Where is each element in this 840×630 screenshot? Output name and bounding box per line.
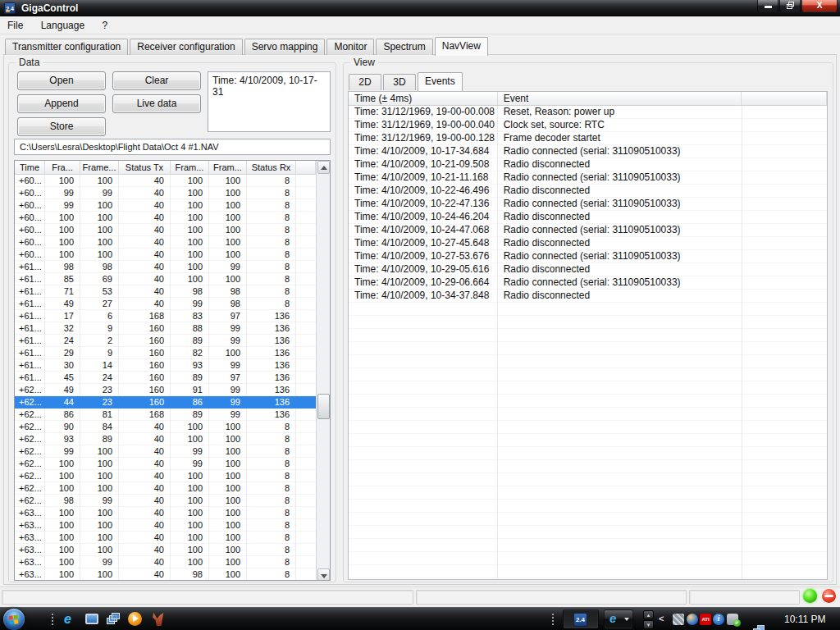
quick-launch-show-desktop[interactable]: [85, 612, 100, 627]
tab-navview[interactable]: NavView: [435, 37, 488, 56]
table-row[interactable]: +62...86811688999136: [15, 409, 316, 421]
scroll-down-button[interactable]: ▼: [643, 620, 654, 629]
event-row[interactable]: Time: 4/10/2009, 10-34-37.848Radio disco…: [349, 290, 827, 303]
event-row[interactable]: Time: 4/10/2009, 10-22-46.496Radio disco…: [349, 185, 827, 198]
event-row[interactable]: Time: 31/12/1969, 19-00-00.128Frame deco…: [349, 132, 827, 145]
events-column-header-time-4ms-[interactable]: Time (± 4ms): [349, 92, 498, 106]
clear-button[interactable]: Clear: [112, 71, 201, 90]
menu-item-language[interactable]: Language: [34, 17, 92, 34]
table-row[interactable]: +62...9910040991008: [15, 445, 316, 458]
event-row[interactable]: Time: 4/10/2009, 10-17-34.684Radio conne…: [349, 145, 827, 158]
tray-expand-chevron-icon[interactable]: <: [659, 614, 664, 623]
restore-button[interactable]: [779, 0, 801, 12]
table-row[interactable]: +60...100100401001008: [15, 212, 316, 224]
titlebar[interactable]: 2.4 GigaControl X: [0, 0, 840, 16]
quick-launch-internet-explorer[interactable]: e: [64, 612, 79, 627]
taskbar-button-gigacontrol[interactable]: 2.4: [563, 609, 599, 629]
event-row[interactable]: Time: 4/10/2009, 10-27-53.676Radio conne…: [349, 250, 827, 263]
taskbar-scroll[interactable]: ▲ ▼: [643, 610, 654, 630]
table-row[interactable]: +63...100100401001008: [15, 507, 316, 519]
table-row[interactable]: +61...45241608997136: [15, 372, 316, 384]
table-row[interactable]: +61...989840100998: [15, 261, 316, 273]
table-row[interactable]: +60...9999401001008: [15, 187, 316, 199]
table-row[interactable]: +63...10010040981008: [15, 568, 316, 581]
taskbar-grip[interactable]: [551, 613, 555, 627]
column-header-time[interactable]: Time: [15, 161, 45, 175]
append-button[interactable]: Append: [17, 94, 106, 113]
scroll-up-button[interactable]: [317, 161, 330, 174]
table-row[interactable]: +62...49231609199136: [15, 384, 316, 396]
column-header-status-tx[interactable]: Status Tx: [119, 161, 171, 175]
quick-launch-grip[interactable]: [51, 613, 55, 627]
file-path-field[interactable]: C:\Users\Lesra\Desktop\Flight Data\Oct 4…: [14, 139, 331, 155]
table-row[interactable]: +61...30141609399136: [15, 359, 316, 372]
view-tab-2d[interactable]: 2D: [349, 74, 381, 90]
tray-network-icon[interactable]: [753, 625, 765, 630]
scroll-up-button[interactable]: ▲: [643, 610, 654, 619]
tray-catalyst-info-icon[interactable]: i: [713, 614, 724, 625]
table-row[interactable]: +61...1761688397136: [15, 310, 316, 322]
tray-ati-icon[interactable]: ATI: [700, 614, 711, 625]
data-table-header[interactable]: TimeFra...Frame...Status TxFram...Fram..…: [15, 161, 316, 175]
table-row[interactable]: +60...100100401001008: [15, 249, 316, 261]
table-row[interactable]: +61...2421608999136: [15, 335, 316, 347]
event-row[interactable]: Time: 4/10/2009, 10-29-05.616Radio disco…: [349, 263, 827, 276]
tray-java-update-icon[interactable]: [687, 614, 698, 625]
taskbar-button-internet-explorer[interactable]: e: [604, 609, 633, 629]
event-row[interactable]: Time: 4/10/2009, 10-24-46.204Radio disco…: [349, 211, 827, 224]
minimize-button[interactable]: [757, 0, 778, 12]
quick-launch-app-shortcut[interactable]: [151, 612, 166, 627]
tab-servo-mapping[interactable]: Servo mapping: [244, 39, 326, 55]
menu-item-file[interactable]: File: [0, 17, 30, 34]
live-data-button[interactable]: Live data: [112, 94, 201, 113]
tab-spectrum[interactable]: Spectrum: [376, 39, 432, 55]
event-row[interactable]: Time: 4/10/2009, 10-24-47.068Radio conne…: [349, 224, 827, 237]
tab-transmitter-configuration[interactable]: Transmitter configuration: [5, 39, 128, 55]
table-row[interactable]: +60...100100401001008: [15, 175, 316, 187]
store-button[interactable]: Store: [17, 117, 106, 136]
column-header-fra-[interactable]: Fra...: [45, 161, 80, 175]
table-row[interactable]: +61...3291608899136: [15, 322, 316, 335]
tray-scheduled-task-icon[interactable]: [673, 614, 684, 625]
start-button[interactable]: [3, 609, 25, 630]
table-row[interactable]: +62...100100401001008: [15, 470, 316, 482]
events-table-body[interactable]: Time: 31/12/1969, 19-00-00.008Reset, Rea…: [349, 106, 827, 580]
column-header-empty[interactable]: [296, 161, 316, 175]
data-table-body[interactable]: +60...100100401001008+60...9999401001008…: [15, 175, 316, 581]
table-row[interactable]: +62...9084401001008: [15, 421, 316, 433]
event-row[interactable]: Time: 31/12/1969, 19-00-00.008Reset, Rea…: [349, 106, 827, 119]
table-row[interactable]: +61...49274099988: [15, 298, 316, 310]
table-row[interactable]: +63...100100401001008: [15, 532, 316, 544]
tray-security-icon[interactable]: ✓: [727, 614, 738, 625]
table-row[interactable]: +63...100100401001008: [15, 544, 316, 556]
view-tab-3d[interactable]: 3D: [383, 74, 416, 90]
column-header-fram-[interactable]: Fram...: [171, 161, 209, 175]
table-row[interactable]: +63...100100401001008: [15, 519, 316, 532]
table-row[interactable]: +60...99100401001008: [15, 199, 316, 212]
table-row[interactable]: +60...100100401001008: [15, 236, 316, 249]
table-row[interactable]: +62...10010040991008: [15, 458, 316, 470]
table-row[interactable]: +62...44231608699136: [15, 396, 316, 409]
quick-launch-media-player[interactable]: [128, 612, 143, 627]
tab-monitor[interactable]: Monitor: [326, 39, 374, 55]
column-header-fram-[interactable]: Fram...: [209, 161, 247, 175]
event-row[interactable]: Time: 4/10/2009, 10-27-45.648Radio disco…: [349, 237, 827, 250]
data-table[interactable]: TimeFra...Frame...Status TxFram...Fram..…: [14, 160, 331, 581]
scroll-down-button[interactable]: [317, 568, 330, 581]
events-column-header-event[interactable]: Event: [498, 92, 742, 106]
event-row[interactable]: Time: 4/10/2009, 10-21-09.508Radio disco…: [349, 158, 827, 171]
table-row[interactable]: +63...10099401001008: [15, 556, 316, 568]
event-row[interactable]: Time: 31/12/1969, 19-00-00.040Clock set,…: [349, 119, 827, 132]
data-table-scrollbar[interactable]: [316, 161, 330, 581]
events-table[interactable]: Time (± 4ms)Event Time: 31/12/1969, 19-0…: [348, 91, 828, 580]
column-header-frame-[interactable]: Frame...: [80, 161, 119, 175]
column-header-status-rx[interactable]: Status Rx: [247, 161, 296, 175]
table-row[interactable]: +61...29916082100136: [15, 347, 316, 359]
events-table-header[interactable]: Time (± 4ms)Event: [349, 92, 827, 106]
tab-receiver-configuration[interactable]: Receiver configuration: [130, 39, 242, 55]
table-row[interactable]: +62...100100401001008: [15, 482, 316, 495]
open-button[interactable]: Open: [17, 71, 106, 90]
scrollbar-thumb[interactable]: [317, 394, 330, 419]
event-row[interactable]: Time: 4/10/2009, 10-21-11.168Radio conne…: [349, 171, 827, 185]
table-row[interactable]: +60...100100401001008: [15, 224, 316, 236]
